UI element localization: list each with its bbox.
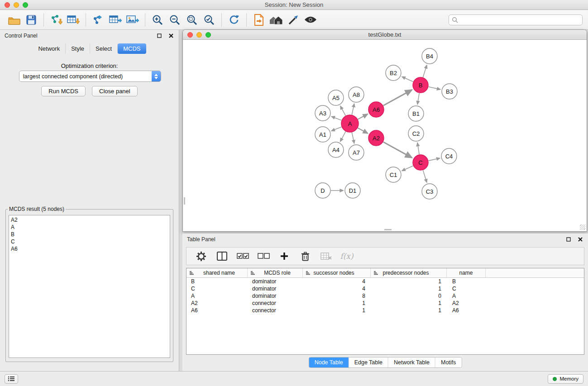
table-row[interactable]: A6connector11A6: [186, 307, 584, 314]
graph-node-A[interactable]: A: [341, 115, 359, 132]
mcds-result-item[interactable]: A2: [11, 216, 170, 224]
tab-edge-table[interactable]: Edge Table: [349, 357, 388, 367]
graph-node-B4[interactable]: B4: [422, 48, 437, 64]
graph-node-B1[interactable]: B1: [408, 106, 424, 121]
export-table-button[interactable]: [107, 12, 124, 28]
graph-node-B[interactable]: B: [413, 77, 428, 93]
delete-column-button[interactable]: [297, 249, 313, 263]
graph-edge-A-A2[interactable]: [358, 128, 368, 133]
export-image-button[interactable]: [124, 12, 141, 28]
search-input[interactable]: [458, 17, 579, 23]
refresh-button[interactable]: [225, 12, 243, 28]
home-button[interactable]: [268, 12, 285, 28]
graph-node-C[interactable]: C: [413, 155, 428, 170]
column-header-successor-nodes[interactable]: successor nodes: [303, 268, 371, 277]
tab-network[interactable]: Network: [33, 43, 66, 54]
table-settings-button[interactable]: [193, 249, 209, 263]
graph-node-A8[interactable]: A8: [349, 87, 364, 102]
graph-edge-B-B4[interactable]: [423, 65, 427, 77]
close-window-button[interactable]: [5, 2, 10, 8]
mcds-result-list[interactable]: A2ABCA6: [9, 215, 170, 358]
minimize-network-window-button[interactable]: [196, 32, 202, 38]
task-history-button[interactable]: [5, 374, 18, 384]
network-window-titlebar[interactable]: testGlobe.txt: [183, 30, 587, 40]
memory-status-button[interactable]: Memory: [548, 374, 583, 384]
tab-select[interactable]: Select: [90, 43, 118, 54]
graph-edge-A-A4[interactable]: [340, 132, 346, 142]
graph-node-A3[interactable]: A3: [315, 105, 330, 121]
graph-edge-A-A5[interactable]: [340, 106, 346, 115]
graph-edge-C-C1[interactable]: [402, 166, 413, 171]
export-network-button[interactable]: [90, 12, 107, 28]
graph-edge-A-A1[interactable]: [331, 127, 341, 131]
graph-edge-B-B3[interactable]: [429, 87, 440, 90]
graph-edge-A2-C[interactable]: [383, 142, 412, 158]
column-header-mcds-role[interactable]: MCDS role: [248, 268, 303, 277]
table-row[interactable]: Bdominator41B: [186, 278, 584, 285]
open-session-button[interactable]: [5, 12, 23, 28]
graph-node-C4[interactable]: C4: [441, 148, 457, 164]
column-header-shared-name[interactable]: shared name: [186, 268, 248, 277]
graph-edge-C-C3[interactable]: [423, 170, 427, 182]
graph-node-C3[interactable]: C3: [422, 184, 437, 199]
close-panel-action-button[interactable]: Close panel: [92, 86, 138, 96]
graph-node-B2[interactable]: B2: [386, 65, 401, 81]
graph-node-B3[interactable]: B3: [442, 84, 457, 99]
network-graph[interactable]: AA1A3A5A8A4A7A6A2BB1B2B3B4CC1C2C3C4DD1: [184, 41, 586, 230]
tab-mcds[interactable]: MCDS: [118, 43, 146, 54]
graph-edge-C-C4[interactable]: [429, 158, 440, 161]
close-table-panel-button[interactable]: [577, 236, 583, 243]
graph-edge-B-B2[interactable]: [402, 77, 413, 82]
select-all-rows-button[interactable]: [234, 249, 251, 263]
zoom-in-button[interactable]: [149, 12, 166, 28]
add-column-button[interactable]: [276, 249, 292, 263]
zoom-out-button[interactable]: [166, 12, 183, 28]
graph-edge-B-B1[interactable]: [417, 93, 419, 105]
tab-node-table[interactable]: Node Table: [309, 357, 349, 367]
network-canvas[interactable]: AA1A3A5A8A4A7A6A2BB1B2B3B4CC1C2C3C4DD1: [184, 41, 586, 230]
zoom-network-window-button[interactable]: [206, 32, 211, 38]
column-header-predecessor-nodes[interactable]: predecessor nodes: [371, 268, 447, 277]
deselect-all-rows-button[interactable]: [255, 249, 272, 263]
graph-node-C1[interactable]: C1: [386, 167, 401, 182]
birdseye-button[interactable]: [302, 12, 319, 28]
optimization-criterion-select[interactable]: largest connected component (directed): [19, 71, 161, 82]
float-panel-button[interactable]: [156, 33, 163, 39]
tab-motifs[interactable]: Motifs: [435, 357, 461, 367]
table-row[interactable]: Adominator80A: [186, 292, 584, 300]
save-session-button[interactable]: [23, 12, 40, 28]
graph-node-A1[interactable]: A1: [315, 127, 330, 142]
zoom-window-button[interactable]: [23, 2, 28, 8]
vertical-scroll-indicator[interactable]: [184, 197, 185, 205]
graph-edge-A-A7[interactable]: [352, 133, 354, 143]
mcds-result-item[interactable]: C: [11, 238, 170, 245]
graph-node-A2[interactable]: A2: [368, 130, 384, 146]
graph-edge-A-A3[interactable]: [331, 116, 341, 120]
close-network-window-button[interactable]: [187, 32, 193, 38]
horizontal-scroll-indicator[interactable]: [384, 229, 392, 230]
table-row[interactable]: A2connector11A2: [186, 300, 584, 307]
graph-edge-A-A8[interactable]: [352, 104, 354, 114]
graph-node-A6[interactable]: A6: [368, 102, 384, 117]
graph-edge-C-C2[interactable]: [417, 143, 419, 154]
graph-node-C2[interactable]: C2: [408, 126, 424, 141]
graph-node-A4[interactable]: A4: [328, 142, 344, 157]
mcds-result-item[interactable]: A: [11, 224, 170, 231]
mcds-result-item[interactable]: B: [11, 231, 170, 238]
graph-node-D[interactable]: D: [315, 183, 330, 198]
new-document-button[interactable]: [250, 12, 268, 28]
zoom-fit-button[interactable]: [183, 12, 201, 28]
graph-node-A5[interactable]: A5: [328, 90, 344, 105]
float-table-panel-button[interactable]: [565, 236, 572, 243]
close-panel-button[interactable]: [168, 33, 174, 39]
graph-edge-A6-B[interactable]: [383, 90, 412, 106]
tab-network-table[interactable]: Network Table: [388, 357, 435, 367]
zoom-selected-button[interactable]: [201, 12, 218, 28]
minimize-window-button[interactable]: [14, 2, 19, 8]
show-columns-button[interactable]: [214, 249, 230, 263]
import-table-button[interactable]: [65, 12, 82, 28]
table-row[interactable]: Cdominator41C: [186, 285, 584, 292]
graph-node-A7[interactable]: A7: [349, 145, 364, 160]
run-mcds-button[interactable]: Run MCDS: [41, 86, 86, 96]
import-network-button[interactable]: [48, 12, 65, 28]
